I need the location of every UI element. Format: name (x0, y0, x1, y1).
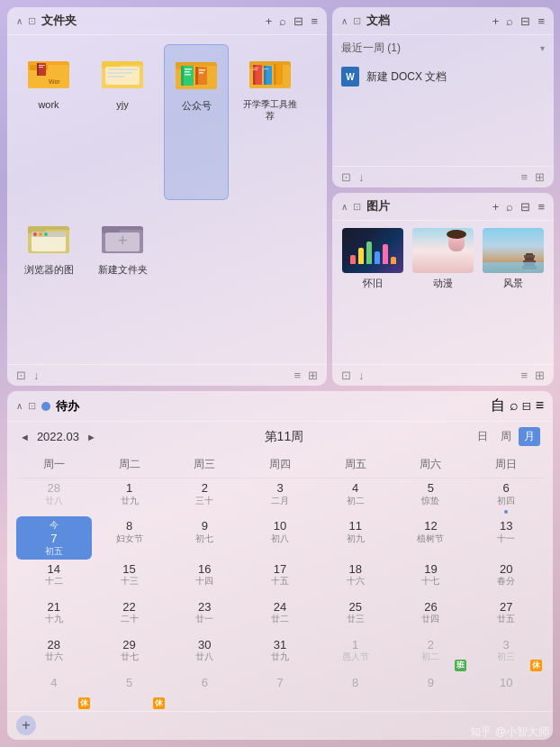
doc-grid-icon[interactable]: ≡ (520, 170, 528, 184)
cal-day[interactable]: 19十七 (393, 560, 469, 597)
cal-prev-icon[interactable]: ◄ (20, 432, 30, 442)
cal-day[interactable]: 4休 (16, 673, 92, 711)
cal-day[interactable]: 1愚人节 (318, 635, 393, 673)
pic-trash-icon[interactable]: ⊡ (341, 369, 351, 382)
cal-day[interactable]: 27廿五 (468, 597, 544, 635)
cal-next-icon[interactable]: ► (86, 432, 96, 442)
cal-day[interactable]: 8妇女节 (92, 516, 167, 560)
add-pic-icon[interactable]: + (492, 200, 500, 214)
menu-folder-icon[interactable]: ≡ (311, 14, 318, 28)
pic-grid-icon[interactable]: ≡ (520, 369, 528, 382)
pic-item-anime[interactable]: 动漫 (411, 228, 474, 357)
settings-doc-icon[interactable]: ⊟ (520, 14, 530, 28)
pic-collapse-icon[interactable]: ∧ (341, 202, 348, 212)
settings-folder-icon[interactable]: ⊟ (294, 14, 303, 28)
cal-day[interactable]: 15十三 (92, 560, 167, 597)
menu-pic-icon[interactable]: ≡ (537, 200, 545, 214)
search-folder-icon[interactable]: ⌕ (279, 14, 286, 28)
folder-item-yjy[interactable]: yjy (90, 44, 155, 200)
cal-settings-icon[interactable]: ⊟ (522, 397, 531, 413)
pic-scenery-label: 风景 (503, 277, 523, 290)
settings-pic-icon[interactable]: ⊟ (520, 200, 530, 214)
folder-item-tools[interactable]: 开学季工具推荐 (238, 44, 303, 200)
cal-day[interactable]: 11初九 (318, 516, 393, 560)
svg-rect-5 (37, 63, 39, 76)
pic-down-icon[interactable]: ↓ (358, 369, 365, 382)
cal-day[interactable]: 10 (468, 673, 544, 711)
cal-day[interactable]: 1廿九 (92, 478, 167, 516)
menu-doc-icon[interactable]: ≡ (537, 14, 545, 28)
search-doc-icon[interactable]: ⌕ (506, 14, 513, 28)
cal-day[interactable]: 9 (393, 673, 469, 711)
folder-item-new[interactable]: + 新建文件夹 (90, 209, 155, 355)
pic-list-icon[interactable]: ⊞ (535, 369, 545, 382)
cal-day[interactable]: 16十四 (167, 560, 242, 597)
cal-day[interactable]: 20春分 (468, 560, 544, 597)
search-pic-icon[interactable]: ⌕ (506, 200, 513, 214)
cal-pin-icon[interactable]: ⊡ (28, 400, 36, 412)
cal-search-icon[interactable]: ⌕ (510, 397, 519, 413)
cal-day[interactable]: 29廿七 (92, 635, 167, 673)
cal-day[interactable]: 22二十 (92, 597, 167, 635)
pic-pin-icon[interactable]: ⊡ (353, 201, 361, 213)
cal-collapse-icon[interactable]: ∧ (16, 401, 23, 411)
cal-day[interactable]: 25廿三 (318, 597, 393, 635)
pic-item-scenery[interactable]: 风景 (482, 228, 545, 357)
cal-view-day[interactable]: 日 (472, 427, 493, 446)
cal-view-week[interactable]: 周 (495, 427, 517, 446)
cal-day[interactable]: 13十一 (468, 516, 544, 560)
cal-day[interactable]: 28廿六 (16, 635, 92, 673)
collapse-icon[interactable]: ∧ (16, 16, 23, 26)
cal-day[interactable]: 7 (242, 673, 318, 711)
cal-day[interactable]: 2三十 (167, 478, 242, 516)
add-doc-icon[interactable]: + (492, 14, 500, 28)
folder-list-icon[interactable]: ⊞ (308, 369, 318, 382)
doc-item[interactable]: W 新建 DOCX 文档 (341, 63, 545, 90)
cal-day[interactable]: 26廿四 (393, 597, 469, 635)
cal-day[interactable]: 9初七 (167, 516, 242, 560)
cal-day[interactable]: 6初四 (468, 478, 544, 516)
folder-trash-icon[interactable]: ⊡ (16, 369, 26, 382)
cal-day[interactable]: 10初八 (242, 516, 318, 560)
cal-day[interactable]: 3二月 (242, 478, 318, 516)
cal-day[interactable]: 24廿二 (242, 597, 318, 635)
folder-item-gongzhonghao[interactable]: 公众号 (164, 44, 229, 200)
doc-list-icon[interactable]: ⊞ (535, 170, 545, 184)
pic-item-retro[interactable]: 怀旧 (341, 228, 404, 357)
folder-down-icon[interactable]: ↓ (33, 369, 40, 382)
cal-menu-icon[interactable]: ≡ (536, 397, 544, 413)
weekday-thu: 周四 (242, 455, 318, 474)
cal-day[interactable]: 5休 (92, 673, 167, 711)
calendar-panel: ∧ ⊡ 待办 自 ⌕ ⊟ ≡ ◄ 2022.03 ► 第11周 日 周 月 (7, 391, 553, 740)
folder-item-browser[interactable]: 浏览器的图 (16, 209, 81, 355)
cal-day[interactable]: 30廿八 (167, 635, 242, 673)
doc-down-icon[interactable]: ↓ (358, 170, 365, 184)
cal-day[interactable]: 14十二 (16, 560, 92, 597)
add-folder-icon[interactable]: + (266, 14, 273, 28)
doc-section-expand-icon[interactable]: ▾ (540, 43, 545, 53)
folder-item-work[interactable]: Wor work (16, 44, 81, 200)
cal-day[interactable]: 今7初五 (16, 516, 92, 560)
cal-day[interactable]: 6 (167, 673, 242, 711)
cal-day[interactable]: 18十六 (318, 560, 393, 597)
doc-collapse-icon[interactable]: ∧ (341, 16, 348, 26)
cal-day[interactable]: 28廿八 (16, 478, 92, 516)
cal-day[interactable]: 3初三休 (468, 635, 544, 673)
doc-pin-icon[interactable]: ⊡ (353, 15, 361, 27)
cal-day[interactable]: 8 (318, 673, 393, 711)
doc-trash-icon[interactable]: ⊡ (341, 170, 351, 184)
add-event-button[interactable]: + (16, 715, 36, 735)
cal-day[interactable]: 5惊蛰 (393, 478, 469, 516)
pin-icon[interactable]: ⊡ (28, 15, 36, 27)
cal-day[interactable]: 23廿一 (167, 597, 242, 635)
cal-day[interactable]: 12植树节 (393, 516, 469, 560)
folder-grid-icon[interactable]: ≡ (294, 369, 301, 382)
cal-day[interactable]: 21十九 (16, 597, 92, 635)
cal-day[interactable]: 31廿九 (242, 635, 318, 673)
cal-day[interactable]: 2初二班 (393, 635, 469, 673)
cal-auto-icon[interactable]: 自 (491, 397, 505, 413)
cal-view-month[interactable]: 月 (519, 427, 540, 446)
cal-month-label[interactable]: 2022.03 (37, 430, 79, 443)
cal-day[interactable]: 17十五 (242, 560, 318, 597)
cal-day[interactable]: 4初二 (318, 478, 393, 516)
